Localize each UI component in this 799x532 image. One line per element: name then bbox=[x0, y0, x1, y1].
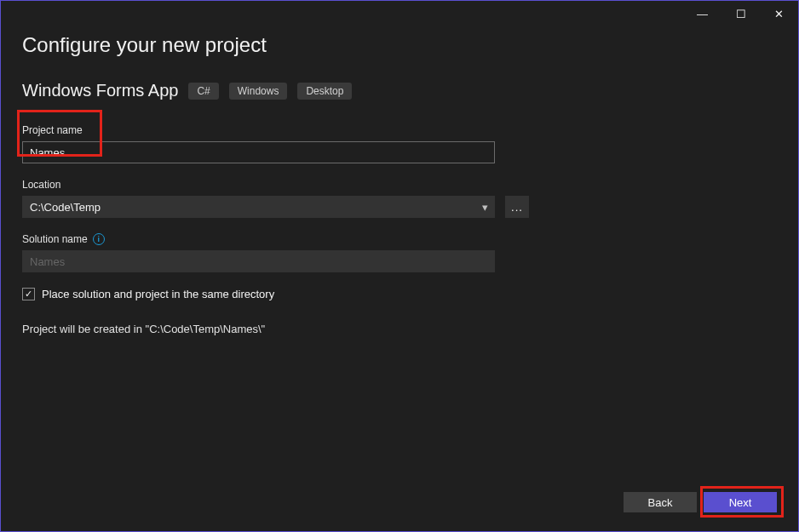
ellipsis-icon: ... bbox=[511, 201, 523, 214]
same-directory-checkbox[interactable]: ✓ bbox=[22, 288, 35, 300]
solution-name-input bbox=[22, 250, 495, 272]
location-dropdown[interactable]: ▾ bbox=[22, 196, 495, 218]
project-name-input[interactable] bbox=[22, 141, 495, 163]
page-title: Configure your new project bbox=[22, 33, 777, 57]
minimize-button[interactable]: — bbox=[683, 1, 721, 26]
page-content: Configure your new project Windows Forms… bbox=[1, 33, 798, 335]
tag-windows: Windows bbox=[229, 83, 288, 100]
tag-desktop: Desktop bbox=[297, 83, 352, 100]
info-icon[interactable]: i bbox=[93, 233, 105, 245]
maximize-icon: ☐ bbox=[736, 8, 746, 20]
maximize-button[interactable]: ☐ bbox=[721, 1, 760, 26]
minimize-icon: — bbox=[697, 8, 708, 20]
location-label: Location bbox=[22, 179, 777, 191]
footer-buttons: Back Next bbox=[624, 492, 777, 512]
same-directory-label: Place solution and project in the same d… bbox=[42, 288, 274, 300]
project-name-group: Project name bbox=[22, 124, 777, 163]
close-icon: ✕ bbox=[774, 8, 784, 20]
location-input[interactable] bbox=[22, 196, 495, 218]
project-name-label: Project name bbox=[22, 124, 777, 136]
template-row: Windows Forms App C# Windows Desktop bbox=[22, 81, 777, 100]
tag-csharp: C# bbox=[188, 83, 218, 100]
next-button[interactable]: Next bbox=[704, 492, 777, 512]
same-directory-checkbox-row[interactable]: ✓ Place solution and project in the same… bbox=[22, 288, 777, 300]
browse-button[interactable]: ... bbox=[505, 196, 529, 218]
solution-name-label: Solution name bbox=[22, 233, 88, 245]
window-titlebar: — ☐ ✕ bbox=[1, 1, 798, 26]
solution-name-group: Solution name i bbox=[22, 233, 777, 272]
close-button[interactable]: ✕ bbox=[760, 1, 798, 26]
check-icon: ✓ bbox=[25, 289, 32, 299]
template-name: Windows Forms App bbox=[22, 81, 178, 100]
back-button[interactable]: Back bbox=[624, 492, 697, 512]
location-group: Location ▾ ... bbox=[22, 179, 777, 218]
creation-path-summary: Project will be created in "C:\Code\Temp… bbox=[22, 323, 777, 335]
